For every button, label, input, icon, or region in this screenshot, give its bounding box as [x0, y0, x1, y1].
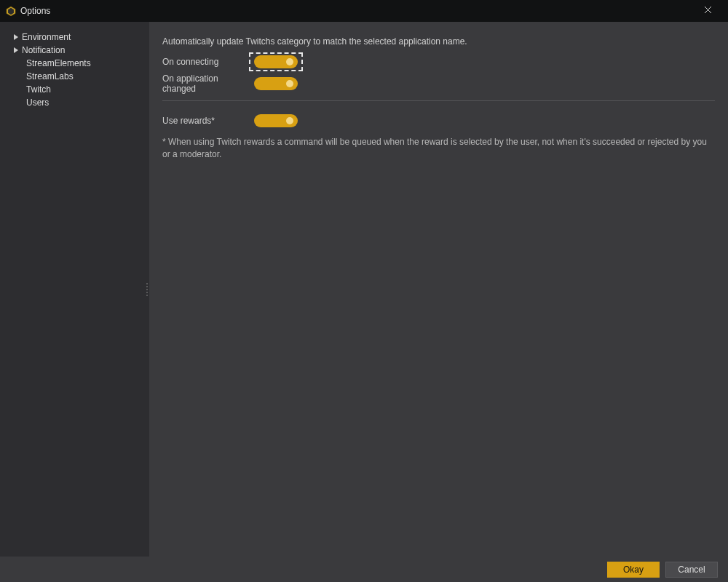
sidebar-item-label: Twitch: [26, 84, 51, 95]
chevron-right-icon: [13, 47, 19, 53]
sidebar-item-notification[interactable]: Notification: [4, 44, 145, 57]
row-on-application-changed: On application changed: [162, 74, 715, 93]
content-pane: Automatically update Twitchs category to…: [149, 22, 728, 557]
sidebar-item-label: Environment: [22, 32, 71, 42]
toggle-use-rewards[interactable]: [254, 114, 298, 127]
footer: Okay Cancel: [0, 557, 728, 582]
toggle-wrap: [250, 75, 302, 92]
footnote: * When using Twitch rewards a command wi…: [162, 136, 715, 161]
toggle-wrap: [250, 112, 302, 129]
toggle-on-application-changed[interactable]: [254, 77, 298, 90]
toggle-on-connecting[interactable]: [254, 55, 298, 68]
sidebar: Environment Notification StreamElements …: [0, 22, 149, 557]
svg-marker-5: [14, 47, 18, 53]
sidebar-item-label: Notification: [22, 45, 65, 55]
sidebar-item-twitch[interactable]: Twitch: [4, 83, 145, 96]
row-on-connecting: On connecting: [162, 52, 715, 71]
titlebar: Options: [0, 0, 728, 22]
sidebar-item-label: Users: [26, 97, 49, 108]
row-use-rewards: Use rewards*: [162, 111, 715, 130]
divider: [162, 100, 715, 101]
section-description: Automatically update Twitchs category to…: [162, 36, 715, 47]
sidebar-item-streamelements[interactable]: StreamElements: [4, 57, 145, 70]
toggle-on-connecting-highlight: [250, 53, 302, 71]
titlebar-left: Options: [6, 6, 50, 16]
okay-button[interactable]: Okay: [607, 562, 660, 578]
toggle-knob: [286, 58, 293, 65]
close-button[interactable]: [693, 0, 722, 22]
row-label: On application changed: [162, 73, 250, 94]
sidebar-item-label: StreamElements: [26, 58, 91, 68]
toggle-knob: [286, 117, 293, 124]
app-icon: [6, 6, 16, 16]
row-label: On connecting: [162, 57, 250, 67]
sidebar-item-label: StreamLabs: [26, 71, 74, 81]
toggle-knob: [286, 80, 293, 87]
svg-marker-4: [14, 34, 18, 40]
window-title: Options: [20, 6, 50, 16]
row-label: Use rewards*: [162, 116, 250, 126]
cancel-button[interactable]: Cancel: [665, 562, 718, 578]
close-icon: [704, 6, 712, 16]
sidebar-item-environment[interactable]: Environment: [4, 31, 145, 44]
body: Environment Notification StreamElements …: [0, 22, 728, 557]
sidebar-item-streamlabs[interactable]: StreamLabs: [4, 70, 145, 83]
chevron-right-icon: [13, 34, 19, 40]
sidebar-item-users[interactable]: Users: [4, 96, 145, 109]
